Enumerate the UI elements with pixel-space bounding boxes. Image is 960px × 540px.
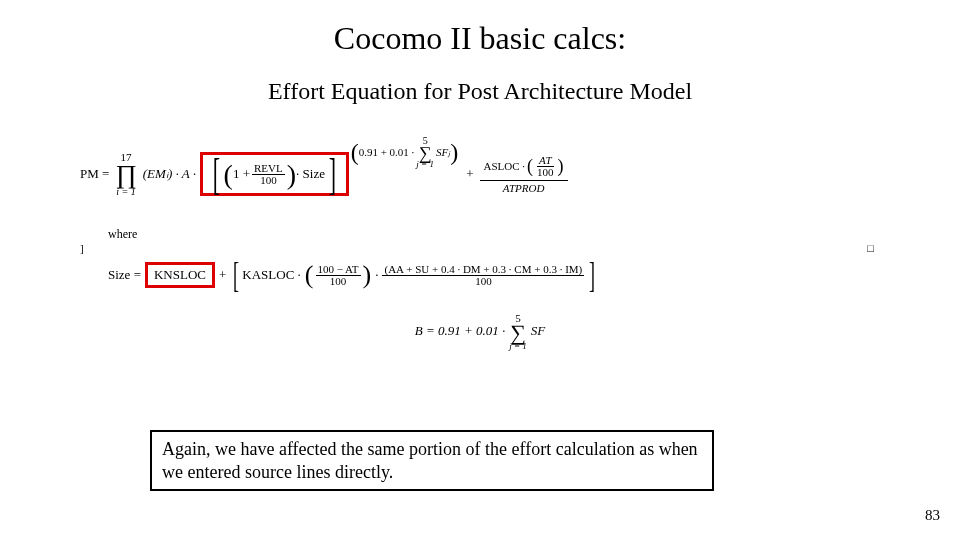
at-den: 100 — [535, 167, 556, 178]
exp-sf: SFⱼ — [436, 147, 450, 158]
b-lhs: B = 0.91 + 0.01 · — [415, 323, 506, 339]
em-term: (EMᵢ) · A · — [143, 166, 196, 182]
slide-title: Cocomo II basic calcs: — [0, 20, 960, 57]
exp-prefix: 0.91 + 0.01 · — [359, 147, 415, 158]
b-equation: B = 0.91 + 0.01 · 5 ∑ j = 1 SF — [80, 308, 880, 354]
product-operator: 17 ∏ i = 1 — [115, 152, 136, 196]
knsloc-highlight-box: KNSLOC — [145, 262, 215, 288]
pm-lhs: PM = — [80, 166, 109, 182]
right-bracket-icon: ] — [329, 157, 336, 192]
b-sum-bot: j = 1 — [509, 341, 527, 351]
exp-sum: 5 ∑ j = 1 — [416, 136, 434, 169]
sigma-icon: ∑ — [510, 324, 526, 342]
one-plus: 1 + — [233, 166, 250, 182]
kasloc-label: KASLOC · — [242, 267, 301, 283]
size-frac2-den: 100 — [473, 276, 494, 287]
revl-fraction: REVL 100 — [252, 163, 285, 186]
pm-equation: PM = 17 ∏ i = 1 (EMᵢ) · A · [ ( 1 + REVL… — [80, 129, 880, 219]
formula-area: PM = 17 ∏ i = 1 (EMᵢ) · A · [ ( 1 + REVL… — [80, 129, 880, 354]
note-box: Again, we have affected the same portion… — [150, 430, 714, 491]
atprod: ATPROD — [499, 181, 549, 196]
asloc-term: + ASLOC · ( AT 100 ) ATPROD — [466, 153, 569, 196]
b-sum: 5 ∑ j = 1 — [509, 312, 527, 352]
asloc-label: ASLOC · — [484, 161, 526, 172]
left-bracket-icon: [ — [213, 157, 220, 192]
plus-sign: + — [466, 166, 473, 182]
size-dot: · — [375, 267, 378, 283]
revl-paren: ( 1 + REVL 100 ) — [224, 163, 296, 186]
size-plus: + — [219, 267, 226, 283]
asloc-fraction: ASLOC · ( AT 100 ) ATPROD — [480, 153, 568, 196]
at-fraction: AT 100 — [535, 155, 556, 178]
b-sf: SF — [531, 323, 545, 339]
page-number: 83 — [925, 507, 940, 524]
size-frac1-den: 100 — [328, 276, 349, 287]
revl-highlight-box: [ ( 1 + REVL 100 ) · Size ] — [200, 152, 349, 196]
exp-sum-bot: j = 1 — [416, 160, 434, 169]
size-term: · Size — [296, 166, 325, 182]
exponent-block: ( 0.91 + 0.01 · 5 ∑ j = 1 SFⱼ ) — [351, 136, 459, 169]
revl-denominator: 100 — [258, 175, 279, 186]
size-equation: Size = KNSLOC + [ KASLOC · ( 100 − AT 10… — [108, 250, 880, 300]
product-lower: i = 1 — [116, 187, 136, 197]
adjustment-frac: (AA + SU + 0.4 · DM + 0.3 · CM + 0.3 · I… — [382, 264, 584, 287]
sigma-icon: ∑ — [419, 146, 432, 160]
product-symbol: ∏ — [115, 163, 136, 186]
at-frac: 100 − AT 100 — [316, 264, 361, 287]
size-lhs: Size = — [108, 267, 141, 283]
where-label: where — [108, 227, 880, 242]
slide-subtitle: Effort Equation for Post Architecture Mo… — [0, 78, 960, 105]
